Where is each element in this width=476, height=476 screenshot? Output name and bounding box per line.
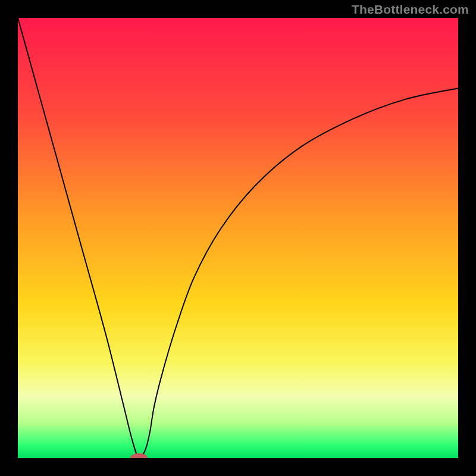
chart-svg: [18, 18, 458, 458]
watermark-text: TheBottleneck.com: [352, 2, 469, 17]
plot-area: [18, 18, 458, 458]
chart-frame: TheBottleneck.com: [0, 0, 476, 476]
gradient-background: [18, 18, 458, 458]
